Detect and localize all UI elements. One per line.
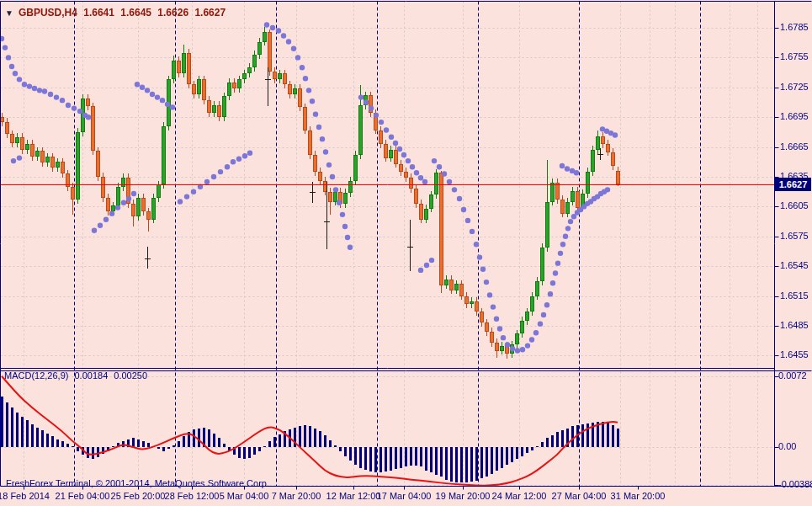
price-axis-label: 1.6605 xyxy=(780,200,809,210)
ohlc-close: 1.6627 xyxy=(194,7,226,19)
terminal-chart-window: ▼GBPUSD,H4 1.6641 1.6645 1.6626 1.6627 M… xyxy=(0,0,812,506)
price-axis-label: 1.6515 xyxy=(780,290,809,301)
time-axis-label: 12 Mar 12:00 xyxy=(326,491,381,501)
ohlc-low: 1.6626 xyxy=(157,7,188,19)
time-axis-label: 27 Mar 04:00 xyxy=(552,491,607,501)
price-axis-label: 1.6755 xyxy=(780,51,809,61)
price-axis-label: 1.6725 xyxy=(780,82,809,92)
time-axis-label: 25 Feb 20:00 xyxy=(111,491,166,501)
time-axis-label: 31 Mar 20:00 xyxy=(611,491,666,501)
ohlc-open: 1.6641 xyxy=(83,7,114,19)
chart-header: ▼GBPUSD,H4 1.6641 1.6645 1.6626 1.6627 xyxy=(5,7,229,19)
symbol-title: GBPUSD,H4 xyxy=(19,7,77,19)
price-axis-label: 1.6665 xyxy=(780,141,809,152)
price-chart-canvas[interactable] xyxy=(0,0,812,506)
time-axis-label: 19 Mar 20:00 xyxy=(436,491,491,501)
symbol-dropdown-icon[interactable]: ▼ xyxy=(5,8,13,18)
time-axis-label: 17 Mar 04:00 xyxy=(377,491,432,501)
macd-axis-label: 0.00 xyxy=(778,441,796,451)
time-axis-label: 24 Mar 12:00 xyxy=(492,491,547,501)
macd-indicator-label: MACD(12,26,9) 0.00184 0.00250 xyxy=(4,370,151,381)
macd-signal-value: 0.00250 xyxy=(114,370,147,381)
time-axis-label: 28 Feb 12:00 xyxy=(165,491,220,501)
price-axis-label: 1.6545 xyxy=(780,260,809,270)
time-axis-label: 7 Mar 20:00 xyxy=(272,491,321,501)
macd-axis-label: 0.0072 xyxy=(778,370,807,381)
time-axis-label: 21 Feb 04:00 xyxy=(56,491,110,501)
price-axis-label: 1.6485 xyxy=(780,320,809,330)
terminal-footer-text: FreshForex Terminal, © 2001-2014, MetaQu… xyxy=(6,478,269,488)
price-axis-label: 1.6575 xyxy=(780,231,809,241)
ohlc-high: 1.6645 xyxy=(120,7,151,19)
price-axis-label: 1.6635 xyxy=(780,171,809,181)
macd-axis-label: -0.00388 xyxy=(778,479,812,489)
time-axis-label: 5 Mar 04:00 xyxy=(220,491,269,501)
price-axis-label: 1.6695 xyxy=(780,111,809,121)
time-axis-label: 18 Feb 2014 xyxy=(0,491,50,501)
price-axis-label: 1.6455 xyxy=(780,349,809,360)
macd-value: 0.00184 xyxy=(74,370,108,381)
macd-name: MACD(12,26,9) xyxy=(4,370,68,381)
price-axis-label: 1.6785 xyxy=(780,22,809,32)
